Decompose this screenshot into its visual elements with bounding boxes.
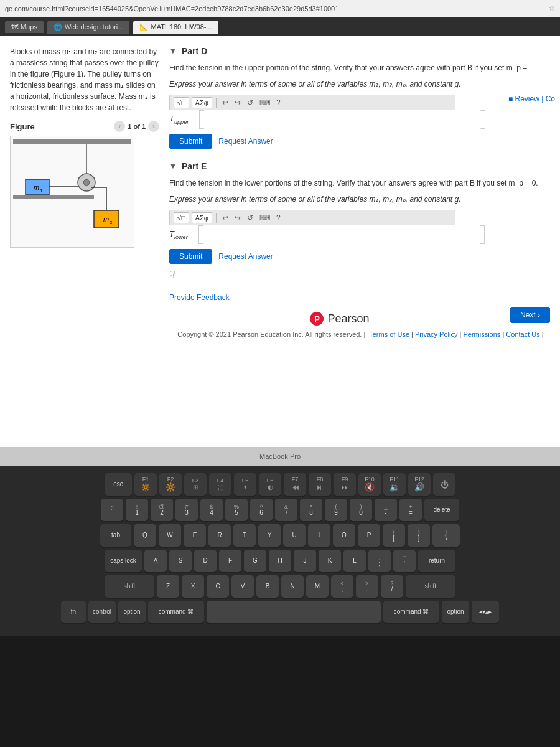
- key-f11[interactable]: F11🔉: [383, 473, 406, 496]
- key-7[interactable]: &7: [275, 499, 297, 521]
- key-t[interactable]: T: [233, 524, 256, 547]
- sqrt-button-d[interactable]: √□: [174, 97, 189, 108]
- key-f12[interactable]: F12🔊: [408, 473, 431, 496]
- refresh-icon-e[interactable]: ↺: [245, 212, 255, 223]
- key-f1[interactable]: F1🔅: [134, 473, 157, 496]
- key-w[interactable]: W: [159, 524, 181, 547]
- key-g[interactable]: G: [244, 550, 266, 572]
- submit-button-d[interactable]: Submit: [169, 134, 212, 149]
- request-answer-link-d[interactable]: Request Answer: [218, 137, 273, 146]
- key-q[interactable]: Q: [134, 524, 156, 547]
- key-3[interactable]: #3: [175, 499, 198, 521]
- next-button[interactable]: Next ›: [510, 307, 550, 323]
- greek-button-d[interactable]: ΑΣφ: [192, 97, 212, 108]
- key-v[interactable]: V: [231, 575, 254, 598]
- key-0[interactable]: )0: [350, 499, 372, 521]
- keyboard-icon-d[interactable]: ⌨: [258, 97, 272, 108]
- permissions-link[interactable]: Permissions: [463, 331, 500, 338]
- key-slash[interactable]: ?/: [381, 575, 403, 598]
- part-e-header[interactable]: ▼ Part E: [169, 161, 550, 171]
- key-r[interactable]: R: [208, 524, 231, 547]
- tab-math[interactable]: 📐 MATH180: HW08-...: [133, 21, 218, 34]
- key-m[interactable]: M: [306, 575, 329, 598]
- t-lower-input[interactable]: [203, 225, 480, 244]
- key-8[interactable]: *8: [300, 499, 322, 521]
- key-return[interactable]: return: [418, 550, 455, 572]
- key-minus[interactable]: _-: [375, 499, 397, 521]
- contact-us-link[interactable]: Contact Us: [506, 331, 539, 338]
- key-a[interactable]: A: [144, 550, 167, 572]
- key-control[interactable]: control: [88, 601, 116, 623]
- key-open-bracket[interactable]: {[: [383, 524, 405, 547]
- key-power[interactable]: ⏻: [433, 473, 455, 496]
- key-4[interactable]: $4: [200, 499, 223, 521]
- key-esc[interactable]: esc: [105, 473, 132, 496]
- sqrt-button-e[interactable]: √□: [174, 212, 189, 223]
- refresh-icon-d[interactable]: ↺: [245, 97, 255, 108]
- key-arrows[interactable]: ◂▾▴▸: [472, 601, 499, 623]
- tab-maps[interactable]: 🗺 Maps: [5, 21, 44, 33]
- key-y[interactable]: Y: [258, 524, 281, 547]
- key-s[interactable]: S: [169, 550, 192, 572]
- key-close-bracket[interactable]: }]: [408, 524, 430, 547]
- key-h[interactable]: H: [269, 550, 291, 572]
- key-tab[interactable]: tab: [100, 524, 131, 547]
- key-capslock[interactable]: caps lock: [105, 550, 142, 572]
- key-6[interactable]: ^6: [250, 499, 273, 521]
- terms-of-use-link[interactable]: Terms of Use: [369, 331, 409, 338]
- provide-feedback[interactable]: Provide Feedback: [169, 293, 550, 302]
- key-f4[interactable]: F4⬚: [209, 473, 231, 496]
- undo-icon-e[interactable]: ↩: [220, 212, 230, 223]
- key-b[interactable]: B: [256, 575, 279, 598]
- key-c[interactable]: C: [207, 575, 229, 598]
- key-left-shift[interactable]: shift: [105, 575, 154, 598]
- key-comma[interactable]: <,: [331, 575, 353, 598]
- redo-icon-d[interactable]: ↪: [233, 97, 243, 108]
- key-equals[interactable]: +=: [399, 499, 422, 521]
- privacy-policy-link[interactable]: Privacy Policy: [415, 331, 457, 338]
- key-2[interactable]: @2: [151, 499, 173, 521]
- key-option-right[interactable]: option: [442, 601, 469, 623]
- part-d-header[interactable]: ▼ Part D: [169, 46, 550, 56]
- t-upper-input[interactable]: [203, 110, 481, 129]
- key-o[interactable]: O: [333, 524, 355, 547]
- figure-prev-button[interactable]: ‹: [114, 121, 125, 132]
- key-f5[interactable]: F5✦: [234, 473, 256, 496]
- tab-web-design[interactable]: 🌐 Web design tutori...: [47, 21, 130, 34]
- key-f[interactable]: F: [219, 550, 241, 572]
- key-j[interactable]: J: [294, 550, 316, 572]
- key-n[interactable]: N: [281, 575, 304, 598]
- key-1[interactable]: !1: [126, 499, 148, 521]
- key-period[interactable]: >.: [356, 575, 378, 598]
- key-option-left[interactable]: option: [118, 601, 146, 623]
- key-d[interactable]: D: [194, 550, 217, 572]
- key-backslash[interactable]: |\: [432, 524, 460, 547]
- key-9[interactable]: (9: [325, 499, 347, 521]
- greek-button-e[interactable]: ΑΣφ: [192, 212, 212, 223]
- submit-button-e[interactable]: Submit: [169, 249, 212, 264]
- key-f9[interactable]: F9⏭: [334, 473, 356, 496]
- key-semicolon[interactable]: :;: [368, 550, 391, 572]
- key-f7[interactable]: F7⏮: [284, 473, 306, 496]
- key-space[interactable]: [207, 601, 381, 623]
- key-command-right[interactable]: command ⌘: [383, 601, 439, 623]
- key-f10[interactable]: F10🔇: [358, 473, 381, 496]
- key-e[interactable]: E: [184, 524, 206, 547]
- key-command-left[interactable]: command ⌘: [148, 601, 204, 623]
- keyboard-icon-e[interactable]: ⌨: [258, 212, 272, 223]
- key-i[interactable]: I: [308, 524, 330, 547]
- key-delete[interactable]: delete: [424, 499, 459, 521]
- key-p[interactable]: P: [358, 524, 380, 547]
- key-right-shift[interactable]: shift: [406, 575, 455, 598]
- key-f6[interactable]: F6◐: [259, 473, 281, 496]
- undo-icon-d[interactable]: ↩: [220, 97, 230, 108]
- figure-next-button[interactable]: ›: [148, 121, 159, 132]
- redo-icon-e[interactable]: ↪: [233, 212, 243, 223]
- request-answer-link-e[interactable]: Request Answer: [218, 252, 273, 261]
- help-icon-e[interactable]: ?: [274, 212, 282, 223]
- help-icon-d[interactable]: ?: [274, 97, 282, 108]
- key-f3[interactable]: F3⊞: [184, 473, 207, 496]
- key-f8[interactable]: F8⏯: [309, 473, 331, 496]
- key-k[interactable]: K: [319, 550, 341, 572]
- key-5[interactable]: %5: [225, 499, 248, 521]
